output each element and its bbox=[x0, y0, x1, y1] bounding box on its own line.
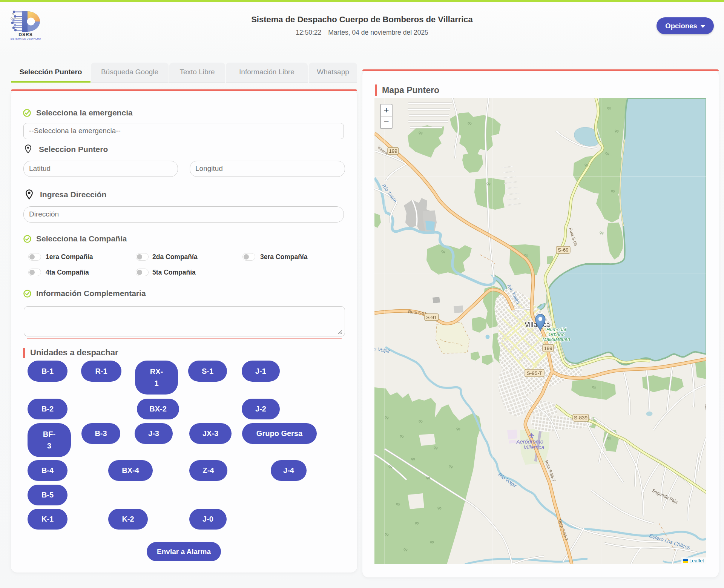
svg-text:S-69: S-69 bbox=[558, 247, 569, 253]
svg-text:Villarrica: Villarrica bbox=[523, 444, 544, 450]
svg-text:199: 199 bbox=[389, 148, 397, 154]
svg-text:Mallolafquen: Mallolafquen bbox=[542, 336, 570, 342]
svg-text:S-91: S-91 bbox=[426, 315, 437, 320]
svg-text:S-839: S-839 bbox=[574, 415, 587, 421]
svg-text:199: 199 bbox=[544, 345, 552, 351]
svg-text:Aeródromo: Aeródromo bbox=[516, 439, 543, 445]
svg-text:SISTEMA DE DESPACHO: SISTEMA DE DESPACHO bbox=[11, 37, 41, 40]
svg-text:S-95-T: S-95-T bbox=[527, 370, 542, 376]
